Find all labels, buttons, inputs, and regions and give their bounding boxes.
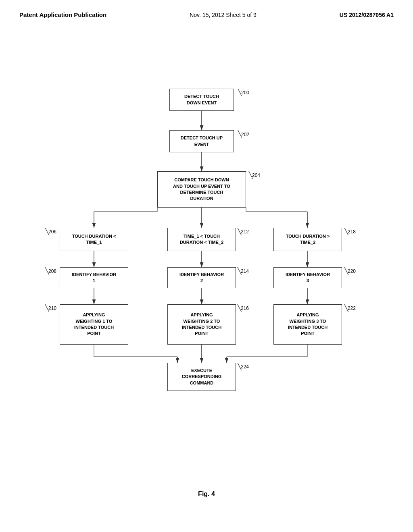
figure-caption: Fig. 4 bbox=[198, 490, 215, 498]
node-202-label: DETECT TOUCH UP EVENT bbox=[181, 135, 223, 148]
node-216-label: APPLYING WEIGHTING 2 TO INTENDED TOUCH P… bbox=[182, 312, 221, 337]
node-212: TIME_1 < TOUCH DURATION < TIME_2 bbox=[167, 228, 236, 251]
node-212-label: TIME_1 < TOUCH DURATION < TIME_2 bbox=[180, 233, 223, 246]
node-222-id: 222 bbox=[348, 305, 356, 311]
node-222-label: APPLYING WEIGHTING 3 TO INTENDED TOUCH P… bbox=[288, 312, 327, 337]
node-212-id: 212 bbox=[241, 229, 249, 235]
node-208-label: IDENTIFY BEHAVIOR 1 bbox=[72, 272, 116, 284]
node-206-id: 206 bbox=[48, 229, 56, 235]
node-208-id: 208 bbox=[48, 268, 56, 274]
header-date-label: Nov. 15, 2012 Sheet 5 of 9 bbox=[190, 12, 257, 18]
node-220-label: IDENTIFY BEHAVIOR 3 bbox=[286, 272, 330, 284]
node-220-curve: ╲ bbox=[344, 267, 348, 275]
node-210-label: APPLYING WEIGHTING 1 TO INTENDED TOUCH P… bbox=[74, 312, 114, 337]
node-216-id: 216 bbox=[241, 305, 249, 311]
node-214-curve: ╲ bbox=[238, 267, 242, 275]
node-200-curve: ╲ bbox=[238, 89, 242, 96]
node-214-id: 214 bbox=[241, 268, 249, 274]
node-206-label: TOUCH DURATION < TIME_1 bbox=[72, 233, 116, 246]
flowchart-diagram: DETECT TOUCH DOWN EVENT 200 ╲ DETECT TOU… bbox=[0, 26, 413, 510]
node-202-id: 202 bbox=[241, 132, 249, 137]
node-204-curve: ╲ bbox=[249, 171, 253, 179]
header-publication-label: Patent Application Publication bbox=[19, 11, 106, 18]
node-202: DETECT TOUCH UP EVENT bbox=[169, 130, 234, 152]
node-204-id: 204 bbox=[252, 172, 260, 178]
node-200-id: 200 bbox=[241, 90, 249, 96]
node-224-id: 224 bbox=[241, 364, 249, 370]
node-200: DETECT TOUCH DOWN EVENT bbox=[169, 89, 234, 111]
node-222: APPLYING WEIGHTING 3 TO INTENDED TOUCH P… bbox=[273, 304, 342, 345]
node-214-label: IDENTIFY BEHAVIOR 2 bbox=[179, 272, 224, 284]
node-202-curve: ╲ bbox=[238, 130, 242, 138]
node-216: APPLYING WEIGHTING 2 TO INTENDED TOUCH P… bbox=[167, 304, 236, 345]
node-218-curve: ╲ bbox=[344, 228, 348, 235]
node-204-label: COMPARE TOUCH DOWN AND TOUCH UP EVENT TO… bbox=[173, 177, 230, 202]
node-206-curve: ╲ bbox=[45, 228, 49, 235]
node-224-curve: ╲ bbox=[238, 363, 242, 370]
header-patent-label: US 2012/0287056 A1 bbox=[340, 12, 394, 18]
node-204: COMPARE TOUCH DOWN AND TOUCH UP EVENT TO… bbox=[157, 171, 246, 208]
node-218: TOUCH DURATION > TIME_2 bbox=[273, 228, 342, 251]
node-224: EXECUTE CORRESPONDING COMMAND bbox=[167, 363, 236, 391]
node-210-id: 210 bbox=[48, 305, 56, 311]
node-210: APPLYING WEIGHTING 1 TO INTENDED TOUCH P… bbox=[60, 304, 128, 345]
node-220-id: 220 bbox=[348, 268, 356, 274]
node-216-curve: ╲ bbox=[238, 304, 242, 312]
node-212-curve: ╲ bbox=[238, 228, 242, 235]
node-218-id: 218 bbox=[348, 229, 356, 235]
node-208-curve: ╲ bbox=[45, 267, 49, 275]
node-206: TOUCH DURATION < TIME_1 bbox=[60, 228, 128, 251]
node-210-curve: ╲ bbox=[45, 304, 49, 312]
page-header: Patent Application Publication Nov. 15, … bbox=[0, 0, 413, 18]
node-220: IDENTIFY BEHAVIOR 3 bbox=[273, 267, 342, 288]
node-222-curve: ╲ bbox=[344, 304, 348, 312]
node-200-label: DETECT TOUCH DOWN EVENT bbox=[184, 94, 219, 106]
node-214: IDENTIFY BEHAVIOR 2 bbox=[167, 267, 236, 288]
node-208: IDENTIFY BEHAVIOR 1 bbox=[60, 267, 128, 288]
node-224-label: EXECUTE CORRESPONDING COMMAND bbox=[182, 368, 221, 386]
node-218-label: TOUCH DURATION > TIME_2 bbox=[286, 233, 330, 246]
